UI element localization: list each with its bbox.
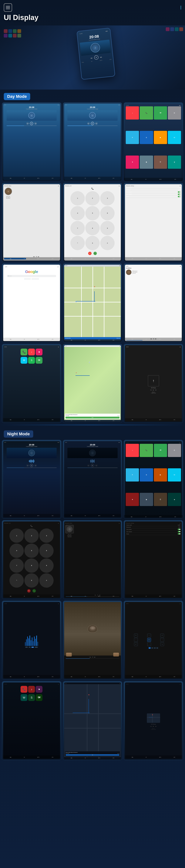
prev-btn[interactable]: ⏮ [26, 122, 29, 125]
night-carplay-waze[interactable]: W [21, 694, 27, 701]
night-key-star[interactable]: * [9, 573, 24, 588]
night-auto-answer-toggle[interactable] [178, 529, 181, 530]
night-app-1[interactable]: ▶ [154, 468, 167, 482]
key-0[interactable]: 0 [85, 236, 100, 250]
app-maps-icon[interactable]: 🗺 [154, 106, 167, 120]
key-1[interactable]: 1 [71, 191, 85, 206]
night-nav-btn-3[interactable]: ◀ [154, 647, 156, 649]
night-np-play[interactable]: ▶ [153, 725, 154, 727]
night-key-0[interactable]: 0 [24, 573, 39, 588]
night-key-2[interactable]: 2 [24, 528, 39, 543]
auto-answer-row[interactable]: Auto answer [126, 191, 181, 193]
auto-connect-toggle[interactable] [178, 194, 181, 195]
night-carplay-maps[interactable]: 🗺 [36, 694, 43, 701]
night-key-6[interactable]: 6 [39, 544, 54, 558]
night-np-next[interactable]: ⏭ [155, 725, 157, 727]
app-bt-icon[interactable]: B [140, 131, 153, 144]
night-carplay-phone[interactable]: 📞 [21, 686, 27, 693]
call-btn[interactable]: 📞 [94, 252, 97, 255]
night-app-telegram[interactable]: ✈ [126, 468, 139, 482]
next-btn[interactable]: ⏭ [34, 122, 36, 125]
night-restaurant-map[interactable]: 📍 Sunny Coffee Modern Restaurant 16:16 E… [64, 684, 121, 757]
night-call-btn[interactable]: 📞 [32, 589, 36, 593]
night-prev-2[interactable]: ⏮ [87, 464, 90, 467]
carplay-app1[interactable]: ♥ [36, 349, 43, 355]
night-carplay-music[interactable]: ♪ [28, 686, 35, 693]
wave-btn-4[interactable]: CLASSIC [34, 647, 38, 648]
night-key-7[interactable]: 7 [9, 558, 24, 573]
app-settings-icon[interactable]: ⚙ [168, 106, 181, 120]
key-6[interactable]: 6 [100, 206, 114, 220]
key-3[interactable]: 3 [100, 191, 114, 206]
key-5[interactable]: 5 [85, 206, 100, 220]
night-nav-btn-4[interactable]: ▶ [156, 647, 158, 649]
next-btn-2[interactable]: ⏭ [95, 122, 98, 125]
food-next[interactable]: ⏭ [94, 656, 96, 658]
night-carplay-spotify[interactable]: S [28, 694, 35, 701]
night-power-row[interactable]: Power [126, 533, 181, 535]
night-np-prev[interactable]: ⏮ [150, 725, 152, 727]
night-auto-answer-row[interactable]: Auto answer [126, 528, 181, 530]
night-app-waze[interactable]: W [168, 468, 181, 482]
prev-btn-2[interactable]: ⏮ [87, 122, 90, 125]
key-9[interactable]: 9 [100, 221, 114, 235]
night-key-4[interactable]: 4 [9, 544, 24, 558]
wave-btn-1[interactable]: ROCK [25, 647, 28, 648]
food-play[interactable]: ⏸ [92, 656, 93, 658]
np-prev[interactable]: ⏮ [150, 389, 152, 391]
night-auto-connect-toggle[interactable] [178, 531, 181, 532]
app-icon-3[interactable]: ◉ [140, 156, 153, 169]
night-key-5[interactable]: 5 [24, 544, 39, 558]
carplay-spotify[interactable]: S [28, 357, 35, 364]
app-icon-2[interactable]: ★ [126, 156, 139, 169]
auto-answer-toggle[interactable] [178, 191, 181, 193]
np-play[interactable]: ▶ [153, 389, 154, 391]
key-4[interactable]: 4 [71, 206, 85, 220]
power-row[interactable]: Power [126, 195, 181, 198]
night-app-music[interactable]: ♪ [126, 444, 139, 457]
carplay-waze[interactable]: W [21, 357, 27, 364]
night-power-toggle[interactable] [178, 533, 181, 534]
google-lucky-btn[interactable]: I'm Feeling Lucky [31, 278, 39, 280]
night-app-settings[interactable]: ⚙ [168, 444, 181, 457]
night-end-call-btn[interactable]: ✕ [27, 589, 31, 593]
night-app-4[interactable]: ☰ [154, 493, 167, 506]
go-button[interactable]: GO [65, 417, 120, 418]
app-icon-4[interactable]: ☰ [154, 156, 167, 169]
app-phone-icon[interactable]: 📞 [140, 106, 153, 120]
app-icon-1[interactable]: ▶ [154, 131, 167, 144]
play-btn[interactable]: ⏸ [30, 122, 33, 125]
carplay-music[interactable]: ♪ [28, 349, 35, 355]
night-prev-1[interactable]: ⏮ [26, 464, 29, 467]
night-nav-btn-2[interactable]: ▼ [151, 647, 153, 649]
night-next-1[interactable]: ⏭ [34, 464, 36, 467]
night-go-button[interactable]: GO [66, 754, 120, 756]
night-key-hash[interactable]: # [39, 573, 54, 588]
hamburger-icon[interactable] [4, 3, 12, 12]
wave-btn-2[interactable]: POP [28, 647, 31, 648]
wave-btn-3[interactable]: JAZZ [31, 647, 34, 648]
carplay-maps[interactable]: 🗺 [36, 357, 43, 364]
app-telegram-icon[interactable]: ✈ [126, 131, 139, 144]
night-key-9[interactable]: 9 [39, 558, 54, 573]
night-auto-connect-row[interactable]: Auto connect [126, 530, 181, 533]
carplay-phone[interactable]: 📞 [21, 349, 27, 355]
nav-map[interactable]: 📍 [64, 267, 121, 337]
google-search-bar[interactable]: 🔍 Search... [7, 275, 56, 277]
night-app-5[interactable]: ◈ [168, 493, 181, 506]
night-key-1[interactable]: 1 [9, 528, 24, 543]
end-call-btn[interactable]: ✕ [88, 252, 91, 255]
key-7[interactable]: 7 [71, 221, 85, 235]
night-app-maps[interactable]: 🗺 [154, 444, 167, 457]
night-app-bt[interactable]: B [140, 468, 153, 482]
night-nav-btn-1[interactable]: ▲ [149, 647, 151, 649]
key-star[interactable]: * [71, 236, 85, 250]
restaurant-map[interactable]: 🍵 📍 Sunny Coffee Modern Restaurant 16:16… [64, 347, 121, 420]
night-next-2[interactable]: ⏭ [95, 464, 98, 467]
app-waze-icon[interactable]: W [168, 131, 181, 144]
np-next[interactable]: ⏭ [155, 389, 157, 391]
night-play-2[interactable]: ⏸ [91, 464, 94, 467]
power-toggle[interactable] [178, 196, 181, 197]
night-app-2[interactable]: ★ [126, 493, 139, 506]
night-play-1[interactable]: ⏸ [30, 464, 33, 467]
